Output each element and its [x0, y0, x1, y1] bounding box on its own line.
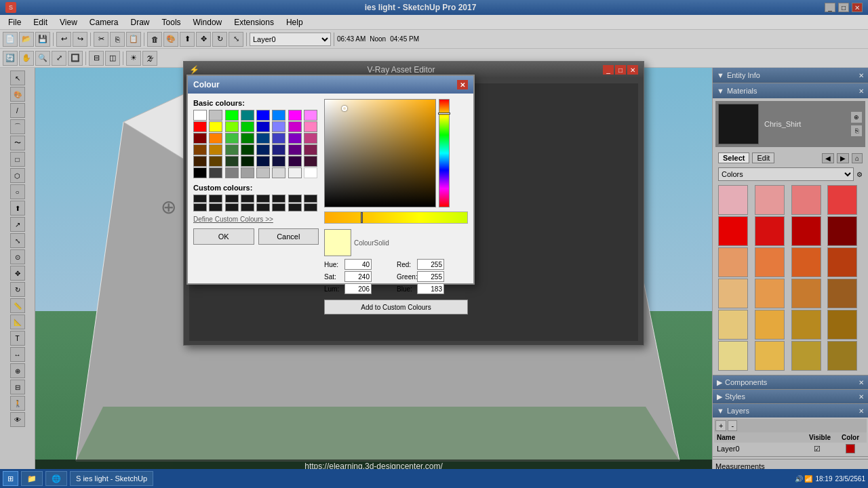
bc-navy[interactable]	[256, 133, 270, 144]
bc-teal[interactable]	[241, 110, 254, 121]
cc-9[interactable]	[193, 203, 207, 211]
cc-2[interactable]	[209, 195, 222, 203]
cancel-button[interactable]: Cancel	[258, 228, 319, 245]
lum-input[interactable]	[344, 283, 372, 294]
cc-8[interactable]	[304, 195, 317, 203]
bc-dark-green[interactable]	[241, 133, 254, 144]
cc-5[interactable]	[256, 195, 270, 203]
green-field: Green:	[397, 271, 468, 282]
bc-brown[interactable]	[193, 144, 207, 155]
bc-purple[interactable]	[288, 121, 302, 132]
bc-violet[interactable]	[288, 133, 302, 144]
bc-light-gray3[interactable]	[256, 167, 270, 178]
bc-very-dark-blue[interactable]	[272, 156, 285, 167]
cc-4[interactable]	[241, 195, 254, 203]
green-input[interactable]	[417, 271, 444, 282]
bc-white[interactable]	[193, 110, 207, 121]
windows-icon: ⊞	[7, 474, 14, 483]
bc-near-white[interactable]	[288, 167, 302, 178]
ok-button[interactable]: OK	[193, 228, 254, 245]
bc-orange[interactable]	[209, 133, 222, 144]
basic-colors-grid	[193, 110, 319, 178]
hsv-rgb-fields: Hue: Red: Sat: Green:	[324, 259, 468, 294]
cc-7[interactable]	[288, 195, 302, 203]
colour-close-button[interactable]: ✕	[457, 80, 468, 89]
bc-olive-green[interactable]	[225, 144, 239, 155]
bc-dark-olive[interactable]	[225, 156, 239, 167]
bc-very-dark-navy[interactable]	[256, 156, 270, 167]
bc-maroon[interactable]	[193, 133, 207, 144]
bc-black[interactable]	[193, 167, 207, 178]
bc-magenta[interactable]	[288, 110, 302, 121]
bc-very-dark-purple[interactable]	[288, 156, 302, 167]
red-label: Red:	[397, 261, 416, 268]
bc-gold[interactable]	[209, 144, 222, 155]
bc-very-light-gray[interactable]	[272, 167, 285, 178]
system-tray: 🔊 📶 18:19 23/5/2561	[795, 475, 865, 483]
bc-pink[interactable]	[304, 121, 317, 132]
bc-light-magenta[interactable]	[304, 110, 317, 121]
taskbar-item-file-manager[interactable]: 📁	[21, 471, 43, 486]
date-display: 23/5/2561	[835, 475, 866, 483]
bc-silver[interactable]	[209, 110, 222, 121]
bc-dark-brown[interactable]	[193, 156, 207, 167]
bc-red[interactable]	[193, 121, 207, 132]
cc-3[interactable]	[225, 195, 239, 203]
bc-forest[interactable]	[241, 144, 254, 155]
cc-11[interactable]	[225, 203, 239, 211]
vray-close[interactable]: ✕	[627, 65, 638, 75]
bc-dark-navy[interactable]	[256, 144, 270, 155]
color-preview-box	[324, 229, 351, 256]
bc-light-gray2[interactable]	[241, 167, 254, 178]
bc-medium-blue[interactable]	[272, 133, 285, 144]
bc-white2[interactable]	[304, 167, 317, 178]
colour-title: Colour	[193, 80, 220, 89]
bc-darkblue2[interactable]	[272, 144, 285, 155]
define-custom-button[interactable]: Define Custom Colours >>	[193, 216, 319, 223]
hue-strip[interactable]	[324, 211, 468, 224]
bc-blue2[interactable]	[256, 121, 270, 132]
hue-input[interactable]	[344, 259, 372, 270]
red-input[interactable]	[417, 259, 444, 270]
taskbar-item-sketchup[interactable]: S ies light - SketchUp	[70, 471, 153, 486]
hue-field: Hue:	[324, 259, 395, 270]
bc-very-dark-red[interactable]	[304, 156, 317, 167]
taskbar-item-chrome[interactable]: 🌐	[45, 471, 67, 486]
bc-dark-red2[interactable]	[304, 144, 317, 155]
bc-lime[interactable]	[225, 110, 239, 121]
bc-yellow[interactable]	[209, 121, 222, 132]
bc-dark-gray[interactable]	[209, 167, 222, 178]
cc-6[interactable]	[272, 195, 285, 203]
dialog-overlay: ⚡ V-Ray Asset Editor _ □ ✕ V-Ray Asset E…	[0, 0, 868, 488]
colour-solid-label: ColourSolid	[354, 239, 389, 247]
hue-bar[interactable]	[439, 99, 450, 207]
bc-blue[interactable]	[256, 110, 270, 121]
vray-maximize[interactable]: □	[615, 65, 626, 75]
start-button[interactable]: ⊞	[3, 471, 18, 486]
cc-12[interactable]	[241, 203, 254, 211]
cc-13[interactable]	[256, 203, 270, 211]
color-spectrum[interactable]	[324, 99, 436, 207]
cc-14[interactable]	[272, 203, 285, 211]
cc-10[interactable]	[209, 203, 222, 211]
colour-dialog[interactable]: Colour ✕ Basic colours:	[186, 75, 475, 285]
bc-yellow-green[interactable]	[225, 121, 239, 132]
bc-very-dark-green[interactable]	[241, 156, 254, 167]
bc-periwinkle[interactable]	[272, 121, 285, 132]
cc-15[interactable]	[288, 203, 302, 211]
bc-medium-green[interactable]	[225, 133, 239, 144]
bc-dark-gold[interactable]	[209, 156, 222, 167]
cc-1[interactable]	[193, 195, 207, 203]
bc-medium-gray[interactable]	[225, 167, 239, 178]
cc-16[interactable]	[304, 203, 317, 211]
bc-green2[interactable]	[241, 121, 254, 132]
bc-crimson[interactable]	[304, 133, 317, 144]
bc-cobalt[interactable]	[272, 110, 285, 121]
colour-titlebar: Colour ✕	[188, 76, 473, 94]
bc-dark-purple[interactable]	[288, 144, 302, 155]
add-custom-button[interactable]: Add to Custom Colours	[324, 300, 468, 314]
vray-minimize[interactable]: _	[603, 65, 614, 75]
sat-input[interactable]	[344, 271, 372, 282]
spectrum-cursor	[342, 106, 347, 111]
blue-input[interactable]	[417, 283, 444, 294]
